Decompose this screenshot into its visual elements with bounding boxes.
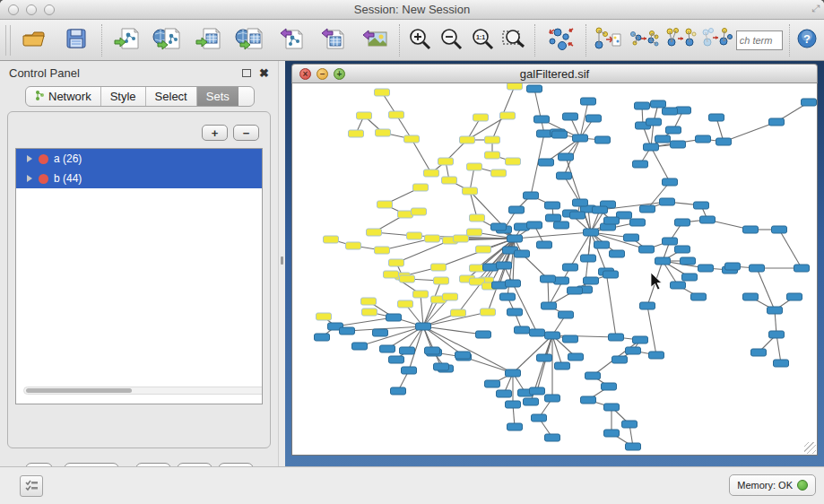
tab-network-label: Network: [48, 90, 91, 103]
set-row-a[interactable]: a (26): [16, 149, 262, 169]
expand-icon[interactable]: ⤢: [811, 3, 820, 14]
memory-label: Memory: OK: [737, 480, 793, 491]
window-title: Session: New Session: [0, 3, 824, 16]
import-network-web-icon: [152, 26, 183, 54]
set-row-b[interactable]: b (44): [16, 169, 262, 188]
zoom-one-to-one-icon: 1:1: [470, 26, 495, 54]
float-panel-icon[interactable]: [242, 69, 251, 77]
tab-network[interactable]: Network: [26, 87, 101, 106]
network-window-titlebar[interactable]: × – + galFiltered.sif: [291, 64, 818, 83]
close-panel-icon[interactable]: ✖: [259, 67, 269, 79]
add-set-button[interactable]: +: [202, 125, 228, 141]
scrollbar-thumb[interactable]: [26, 388, 132, 393]
set-color-dot: [39, 174, 48, 184]
maximize-network-window-button[interactable]: +: [334, 68, 345, 80]
toolbar-separator: [534, 24, 535, 56]
svg-text:1:1: 1:1: [476, 34, 485, 40]
control-panel-tabs: Network Style Select Sets: [25, 86, 255, 107]
sets-panel: + − a (26) b (44): [7, 111, 271, 448]
import-table-web-button[interactable]: [230, 22, 271, 58]
window-controls: [8, 4, 55, 15]
task-list-icon: [24, 479, 39, 494]
network-canvas[interactable]: [291, 83, 818, 456]
open-session-button[interactable]: [14, 22, 56, 58]
save-floppy-icon: [64, 27, 89, 53]
zoom-in-icon: [407, 26, 432, 54]
panel-splitter[interactable]: [278, 61, 285, 466]
set-label: a (26): [54, 152, 82, 165]
remove-set-button[interactable]: −: [233, 125, 259, 141]
memory-ok-indicator: [797, 480, 808, 491]
help-icon: ?: [796, 28, 818, 52]
save-session-button[interactable]: [56, 22, 97, 58]
first-neighbors-new-network-icon: [593, 25, 625, 55]
first-neighbors-undirected-button[interactable]: [627, 22, 663, 58]
tab-sets-label: Sets: [206, 90, 230, 103]
set-color-dot: [39, 154, 48, 164]
minimize-window-button[interactable]: [26, 4, 37, 15]
apply-layout-button[interactable]: [540, 22, 581, 58]
task-history-button[interactable]: [20, 475, 43, 497]
first-neighbors-incoming-button[interactable]: [663, 22, 698, 58]
import-table-icon: [195, 26, 223, 54]
expand-triangle-icon[interactable]: [27, 175, 32, 182]
zoom-out-icon: [438, 26, 464, 54]
import-network-file-button[interactable]: [107, 22, 148, 58]
export-table-icon: [318, 26, 347, 54]
control-panel: Control Panel ✖ Network Style Select Set…: [0, 61, 278, 466]
search-input[interactable]: [736, 30, 783, 50]
network-desktop: × – + galFiltered.sif: [285, 61, 824, 466]
export-network-icon: [277, 26, 306, 54]
mouse-cursor: [651, 273, 662, 290]
help-button[interactable]: ?: [794, 22, 820, 58]
toolbar-separator: [101, 24, 102, 56]
titlebar: Session: New Session ⤢: [0, 0, 824, 20]
tab-sets[interactable]: Sets: [197, 87, 239, 106]
zoom-fit-button[interactable]: 1:1: [467, 22, 499, 58]
tab-style-label: Style: [110, 90, 136, 103]
status-bar: Memory: OK: [0, 466, 824, 504]
first-neighbors-incoming-icon: [664, 25, 697, 55]
import-table-file-button[interactable]: [188, 22, 230, 58]
network-window-frame[interactable]: × – + galFiltered.sif: [285, 61, 824, 466]
expand-triangle-icon[interactable]: [27, 155, 32, 162]
tab-select[interactable]: Select: [146, 87, 197, 106]
zoom-in-button[interactable]: [404, 22, 436, 58]
first-neighbors-outgoing-icon: [700, 25, 733, 55]
sets-list: a (26) b (44): [15, 148, 263, 404]
horizontal-scrollbar[interactable]: [23, 387, 263, 395]
toolbar-drag-handle[interactable]: [5, 25, 11, 56]
first-neighbors-new-network-button[interactable]: [591, 22, 627, 58]
network-graph[interactable]: [292, 83, 819, 456]
set-label: b (44): [54, 172, 82, 185]
open-folder-icon: [22, 27, 48, 53]
control-panel-header: Control Panel ✖: [0, 61, 278, 84]
apply-layout-icon: [545, 25, 576, 55]
import-table-web-icon: [235, 26, 265, 54]
first-neighbors-outgoing-button[interactable]: [698, 22, 734, 58]
import-network-icon: [113, 26, 142, 54]
svg-text:?: ?: [803, 32, 811, 46]
zoom-selected-icon: [500, 26, 527, 54]
main-toolbar: 1:1 ?: [0, 20, 824, 61]
close-network-window-button[interactable]: ×: [299, 68, 311, 80]
close-window-button[interactable]: [8, 4, 19, 15]
export-image-button[interactable]: [353, 22, 395, 58]
toolbar-separator: [585, 24, 586, 56]
memory-status-button[interactable]: Memory: OK: [729, 474, 816, 496]
app-window: Session: New Session ⤢: [0, 0, 824, 504]
first-neighbors-undirected-icon: [629, 25, 661, 55]
zoom-out-button[interactable]: [436, 22, 467, 58]
splitter-handle[interactable]: [281, 256, 283, 265]
resize-grip[interactable]: [804, 442, 816, 454]
zoom-window-button[interactable]: [44, 4, 55, 15]
import-network-web-button[interactable]: [147, 22, 188, 58]
zoom-selected-button[interactable]: [499, 22, 530, 58]
export-image-icon: [360, 26, 388, 54]
toolbar-separator: [399, 24, 400, 56]
toolbar-separator: [789, 24, 790, 56]
export-table-button[interactable]: [312, 22, 353, 58]
export-network-button[interactable]: [271, 22, 312, 58]
minimize-network-window-button[interactable]: –: [317, 68, 328, 80]
tab-style[interactable]: Style: [101, 87, 146, 106]
